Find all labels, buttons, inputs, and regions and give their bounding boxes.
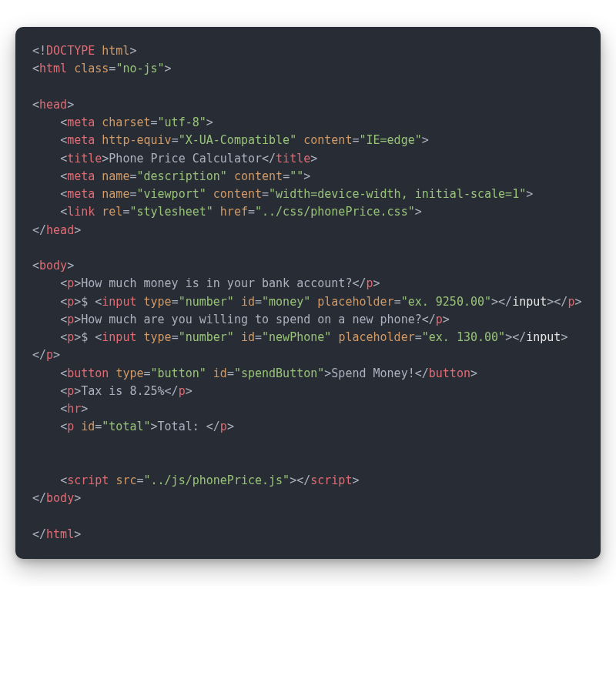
code-token: < [32, 62, 39, 75]
code-token: id [81, 420, 95, 433]
code-token: < [60, 133, 67, 147]
code-token [32, 384, 60, 398]
code-token: </ [498, 295, 512, 309]
code-token: "IE=edge" [359, 133, 421, 147]
code-token: > [74, 527, 81, 541]
code-token: </ [206, 420, 220, 433]
code-token: </ [296, 473, 310, 487]
code-token [206, 187, 213, 201]
code-token: html [102, 44, 129, 58]
code-token: > [151, 420, 158, 433]
code-token [32, 420, 60, 433]
code-token: type [116, 366, 143, 380]
code-token: = [255, 330, 262, 344]
code-token: p [67, 330, 74, 344]
code-token: = [172, 330, 179, 344]
code-token: meta [67, 187, 95, 201]
code-token: p [220, 420, 227, 433]
code-token: > [227, 420, 234, 433]
code-token: </ [554, 295, 567, 309]
code-token: > [415, 205, 422, 219]
code-token: p [67, 276, 74, 290]
code-token [32, 187, 60, 201]
code-token: input [512, 295, 547, 309]
code-token: > [324, 366, 331, 380]
code-token: = [172, 133, 179, 147]
code-token: id [241, 330, 255, 344]
code-token: "spendButton" [234, 366, 324, 380]
code-token: < [60, 402, 67, 416]
code-token: "money" [262, 295, 310, 309]
code-token: charset [102, 115, 150, 129]
code-token: < [60, 115, 67, 129]
code-token [32, 205, 60, 219]
code-token: > [74, 223, 81, 237]
code-token: > [206, 115, 213, 129]
code-token [32, 115, 60, 129]
code-token [136, 330, 143, 344]
code-token: script [310, 473, 352, 487]
code-token: "newPhone" [262, 330, 331, 344]
code-token [95, 133, 102, 147]
code-token: DOCTYPE [46, 44, 95, 58]
code-token [227, 169, 234, 183]
code-token: id [241, 295, 255, 309]
code-token: > [443, 313, 450, 326]
code-token [206, 366, 213, 380]
code-token: </ [512, 330, 526, 344]
code-token: button [429, 366, 470, 380]
code-token: > [74, 295, 81, 309]
code-token: > [547, 295, 554, 309]
code-token: Spend Money! [331, 366, 414, 380]
code-token [32, 295, 60, 309]
code-token: head [46, 223, 74, 237]
code-token: "utf-8" [158, 115, 206, 129]
code-token [32, 402, 60, 416]
code-token: Total: [158, 420, 206, 433]
code-token: "button" [151, 366, 206, 380]
code-token: = [283, 169, 290, 183]
code-token: > [505, 330, 512, 344]
code-token: title [67, 152, 102, 166]
code-token: "ex. 130.00" [422, 330, 505, 344]
code-token: content [303, 133, 352, 147]
code-token: body [39, 259, 67, 273]
code-token [32, 169, 60, 183]
code-token: < [60, 152, 67, 166]
code-token: = [394, 295, 401, 309]
code-token: meta [67, 133, 95, 147]
code-token: = [95, 420, 102, 433]
code-token: > [53, 348, 60, 362]
code-token: < [32, 98, 39, 112]
code-token: "width=device-width, initial-scale=1" [269, 187, 526, 201]
code-token: > [310, 152, 317, 166]
code-token: meta [67, 115, 95, 129]
code-token: < [60, 330, 67, 344]
code-token: input [102, 330, 136, 344]
code-token: hr [67, 402, 81, 416]
code-token: button [67, 366, 109, 380]
code-token: < [60, 169, 67, 183]
code-token: > [74, 276, 81, 290]
code-token [136, 295, 143, 309]
code-token: > [186, 384, 192, 398]
code-token: input [102, 295, 136, 309]
code-token: > [81, 402, 88, 416]
code-token: meta [67, 169, 95, 183]
code-token: content [234, 169, 283, 183]
code-token: </ [422, 313, 436, 326]
code-token: "number" [179, 330, 234, 344]
code-token: "../js/phonePrice.js" [144, 473, 290, 487]
code-token: Phone Price Calculator [109, 152, 262, 166]
code-token: "stylesheet" [129, 205, 213, 219]
code-token: = [136, 473, 143, 487]
code-token: = [172, 295, 179, 309]
code-token: < [95, 295, 102, 309]
code-token: content [213, 187, 262, 201]
code-token: > [373, 276, 380, 290]
code-token: < [32, 259, 39, 273]
code-token: placeholder [338, 330, 414, 344]
code-token: How much are you willing to spend on a n… [81, 313, 422, 326]
code-token [32, 133, 60, 147]
code-token: > [74, 491, 81, 505]
